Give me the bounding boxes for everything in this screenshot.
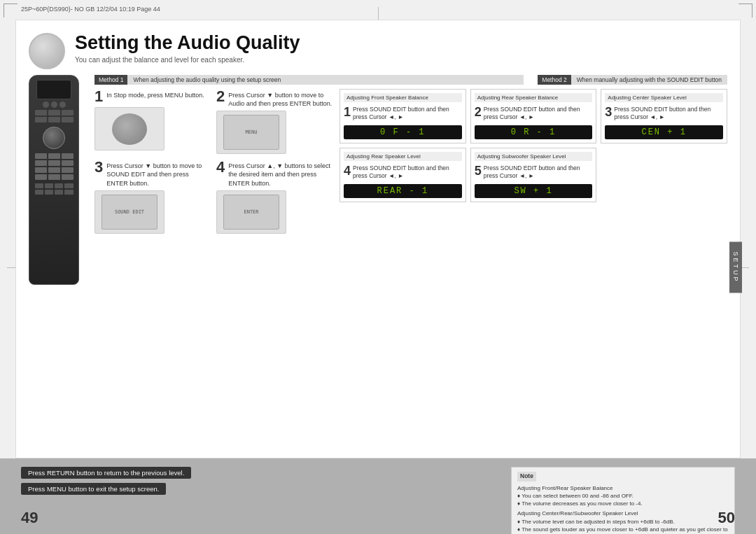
menu-button[interactable]: Press MENU button to exit the setup scre… [21,483,166,495]
method1-label: Method 1 [94,75,127,85]
panel1-steptext: Press SOUND EDIT button and then press C… [353,106,462,121]
panel5-display: SW + 1 [475,184,593,198]
step-2: 2 Press Cursor ▼ button to move to Audio… [216,89,332,154]
step2-image: MENU [216,111,286,154]
remote-control-image [29,75,86,285]
note-title: Note [517,472,536,482]
bottom-instructions: Press RETURN button to return to the pre… [21,467,497,495]
panel3-title: Adjusting Center Speaker Level [605,93,723,102]
panel-subwoofer-level: Adjusting Subwoofer Speaker Level 5 Pres… [470,148,597,202]
title-section: Setting the Audio Quality You can adjust… [29,33,727,69]
method1-header: Method 1 When adjusting the audio qualit… [94,75,727,85]
panel5-steptext: Press SOUND EDIT button and then press C… [484,164,593,180]
panel-center-level: Adjusting Center Speaker Level 3 Press S… [601,89,727,143]
page-number-left: 49 [21,509,38,527]
page-subtitle: You can adjust the balance and level for… [75,56,300,64]
step-4: 4 Press Cursor ▲, ▼ buttons to select th… [216,160,332,233]
panel4-display: REAR - 1 [344,184,462,198]
panel-front-balance: Adjusting Front Speaker Balance 1 Press … [340,89,466,143]
step2-number: 2 [216,89,225,104]
method1-steps: 1 In Stop mode, press MENU button. 2 [94,89,332,234]
step1-image [94,107,164,150]
panel4-steptext: Press SOUND EDIT button and then press C… [353,164,462,180]
panel2-title: Adjusting Rear Speaker Balance [475,93,593,102]
panel2-stepnum: 2 [475,106,482,118]
panel5-title: Adjusting Subwoofer Speaker Level [475,152,593,161]
panel3-display: CEN + 1 [605,125,723,139]
crop-mark-tl [4,3,18,17]
method2-panels: Adjusting Front Speaker Balance 1 Press … [340,89,727,234]
bottom-bar: Press RETURN button to return to the pre… [0,458,756,534]
return-btn-row: Press RETURN button to return to the pre… [21,467,497,479]
return-button[interactable]: Press RETURN button to return to the pre… [21,467,191,479]
note-line-2: ♦ You can select between 00 and -86 and … [517,492,729,500]
method1-desc: When adjusting the audio quality using t… [127,75,524,85]
step4-number: 4 [216,160,225,175]
panel-rear-balance: Adjusting Rear Speaker Balance 2 Press S… [470,89,597,143]
method2-desc: When manually adjusting with the SOUND E… [571,75,727,85]
panel-spacer [601,148,727,202]
title-logo [29,33,65,69]
note-line-5: ♦ The volume level can be adjusted in st… [517,518,729,526]
title-block: Setting the Audio Quality You can adjust… [75,33,300,64]
method2-label: Method 2 [538,75,570,85]
note-line-4: Adjusting Center/Rear/Subwoofer Speaker … [517,510,729,517]
print-info: 25P~60P(DS990)- NO GB 12/2/04 10:19 Page… [21,6,160,13]
note-line-3: ♦ The volume decreases as you move close… [517,500,729,507]
step1-number: 1 [94,89,103,104]
panel2-display: 0 R - 1 [475,125,593,139]
page-title: Setting the Audio Quality [75,33,300,54]
step3-text: Press Cursor ▼ button to move to SOUND E… [106,162,211,187]
panel1-title: Adjusting Front Speaker Balance [344,93,462,102]
step2-text: Press Cursor ▼ button to move to Audio a… [228,91,332,108]
panel2-steptext: Press SOUND EDIT button and then press C… [484,106,593,121]
panel1-stepnum: 1 [344,106,351,118]
crop-mark-tr [738,3,752,17]
panel1-display: 0 F - 1 [344,125,462,139]
step4-image: ENTER [216,190,286,234]
panel4-stepnum: 4 [344,164,351,177]
step3-image: SOUND EDIT [94,190,164,234]
note-box: Note Adjusting Front/Rear Speaker Balanc… [511,467,735,534]
panel3-stepnum: 3 [605,106,612,118]
step1-text: In Stop mode, press MENU button. [106,91,204,99]
panel-rear-level: Adjusting Rear Speaker Level 4 Press SOU… [340,148,466,202]
menu-btn-row: Press MENU button to exit the setup scre… [21,483,497,495]
panel3-steptext: Press SOUND EDIT button and then press C… [614,106,723,121]
note-line-6: ♦ The sound gets louder as you move clos… [517,526,729,534]
panel5-stepnum: 5 [475,164,482,177]
step-1: 1 In Stop mode, press MENU button. [94,89,211,154]
panel4-title: Adjusting Rear Speaker Level [344,152,462,161]
step4-text: Press Cursor ▲, ▼ buttons to select the … [228,162,332,187]
setup-tab: SETUP [729,241,742,293]
step-3: 3 Press Cursor ▼ button to move to SOUND… [94,160,211,233]
step3-number: 3 [94,160,103,175]
page-number-right: 50 [718,509,735,527]
note-line-1: Adjusting Front/Rear Speaker Balance [517,484,729,492]
